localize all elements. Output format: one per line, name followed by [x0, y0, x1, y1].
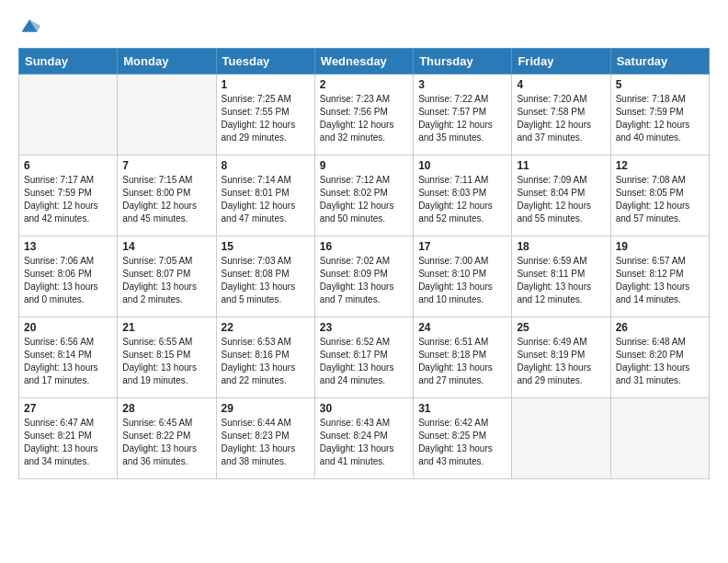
day-number: 19	[616, 240, 704, 253]
day-number: 7	[122, 159, 210, 172]
day-info: Sunrise: 6:47 AMSunset: 8:21 PMDaylight:…	[24, 417, 112, 468]
day-info: Sunrise: 6:55 AMSunset: 8:15 PMDaylight:…	[122, 336, 210, 387]
weekday-header-saturday: Saturday	[610, 49, 709, 75]
day-number: 10	[418, 159, 506, 172]
day-number: 27	[24, 402, 112, 415]
calendar-cell: 31Sunrise: 6:42 AMSunset: 8:25 PMDayligh…	[414, 398, 512, 479]
day-info: Sunrise: 6:48 AMSunset: 8:20 PMDaylight:…	[616, 336, 704, 387]
calendar-table: SundayMondayTuesdayWednesdayThursdayFrid…	[18, 48, 710, 479]
day-info: Sunrise: 7:20 AMSunset: 7:58 PMDaylight:…	[517, 93, 605, 144]
day-info: Sunrise: 6:51 AMSunset: 8:18 PMDaylight:…	[418, 336, 506, 387]
calendar-cell: 26Sunrise: 6:48 AMSunset: 8:20 PMDayligh…	[610, 317, 709, 398]
calendar-cell: 16Sunrise: 7:02 AMSunset: 8:09 PMDayligh…	[314, 236, 413, 317]
day-info: Sunrise: 6:53 AMSunset: 8:16 PMDaylight:…	[222, 336, 310, 387]
calendar-week-0: 1Sunrise: 7:25 AMSunset: 7:55 PMDaylight…	[19, 75, 710, 155]
day-number: 20	[24, 321, 112, 334]
day-number: 11	[517, 159, 605, 172]
calendar-cell: 23Sunrise: 6:52 AMSunset: 8:17 PMDayligh…	[314, 317, 413, 398]
day-number: 15	[222, 240, 310, 253]
day-number: 24	[418, 321, 506, 334]
day-number: 28	[122, 402, 210, 415]
day-info: Sunrise: 7:05 AMSunset: 8:07 PMDaylight:…	[122, 255, 210, 306]
day-info: Sunrise: 7:22 AMSunset: 7:57 PMDaylight:…	[418, 93, 506, 144]
day-number: 1	[222, 78, 310, 91]
weekday-header-sunday: Sunday	[19, 49, 118, 75]
calendar-cell: 19Sunrise: 6:57 AMSunset: 8:12 PMDayligh…	[610, 236, 709, 317]
day-info: Sunrise: 6:57 AMSunset: 8:12 PMDaylight:…	[616, 255, 704, 306]
day-info: Sunrise: 6:59 AMSunset: 8:11 PMDaylight:…	[517, 255, 605, 306]
calendar-cell: 27Sunrise: 6:47 AMSunset: 8:21 PMDayligh…	[19, 398, 118, 479]
calendar-cell: 10Sunrise: 7:11 AMSunset: 8:03 PMDayligh…	[414, 155, 512, 236]
calendar-week-1: 6Sunrise: 7:17 AMSunset: 7:59 PMDaylight…	[19, 155, 710, 236]
day-number: 26	[616, 321, 704, 334]
day-number: 13	[24, 240, 112, 253]
calendar-cell: 3Sunrise: 7:22 AMSunset: 7:57 PMDaylight…	[414, 75, 512, 155]
day-info: Sunrise: 7:17 AMSunset: 7:59 PMDaylight:…	[24, 174, 112, 225]
day-info: Sunrise: 7:00 AMSunset: 8:10 PMDaylight:…	[418, 255, 506, 306]
logo-icon	[18, 15, 40, 37]
day-number: 2	[320, 78, 408, 91]
day-info: Sunrise: 6:56 AMSunset: 8:14 PMDaylight:…	[24, 336, 112, 387]
calendar-cell: 11Sunrise: 7:09 AMSunset: 8:04 PMDayligh…	[512, 155, 610, 236]
day-info: Sunrise: 7:25 AMSunset: 7:55 PMDaylight:…	[222, 93, 310, 144]
calendar-cell: 4Sunrise: 7:20 AMSunset: 7:58 PMDaylight…	[512, 75, 610, 155]
day-info: Sunrise: 7:23 AMSunset: 7:56 PMDaylight:…	[320, 93, 408, 144]
day-number: 17	[418, 240, 506, 253]
calendar-cell: 2Sunrise: 7:23 AMSunset: 7:56 PMDaylight…	[314, 75, 413, 155]
calendar-week-2: 13Sunrise: 7:06 AMSunset: 8:06 PMDayligh…	[19, 236, 710, 317]
day-info: Sunrise: 7:14 AMSunset: 8:01 PMDaylight:…	[222, 174, 310, 225]
calendar-cell: 14Sunrise: 7:05 AMSunset: 8:07 PMDayligh…	[118, 236, 216, 317]
day-number: 29	[222, 402, 310, 415]
day-number: 4	[517, 78, 605, 91]
calendar-cell: 5Sunrise: 7:18 AMSunset: 7:59 PMDaylight…	[610, 75, 709, 155]
calendar-cell: 15Sunrise: 7:03 AMSunset: 8:08 PMDayligh…	[216, 236, 314, 317]
day-number: 31	[418, 402, 506, 415]
day-info: Sunrise: 7:02 AMSunset: 8:09 PMDaylight:…	[320, 255, 408, 306]
calendar-cell	[610, 398, 709, 479]
calendar-cell: 9Sunrise: 7:12 AMSunset: 8:02 PMDaylight…	[314, 155, 413, 236]
day-number: 5	[616, 78, 704, 91]
day-number: 23	[320, 321, 408, 334]
day-info: Sunrise: 7:09 AMSunset: 8:04 PMDaylight:…	[517, 174, 605, 225]
day-info: Sunrise: 6:49 AMSunset: 8:19 PMDaylight:…	[517, 336, 605, 387]
calendar-cell: 28Sunrise: 6:45 AMSunset: 8:22 PMDayligh…	[118, 398, 216, 479]
day-number: 6	[24, 159, 112, 172]
day-info: Sunrise: 6:44 AMSunset: 8:23 PMDaylight:…	[222, 417, 310, 468]
day-info: Sunrise: 7:18 AMSunset: 7:59 PMDaylight:…	[616, 93, 704, 144]
day-number: 25	[517, 321, 605, 334]
day-number: 22	[222, 321, 310, 334]
day-number: 9	[320, 159, 408, 172]
calendar-cell: 17Sunrise: 7:00 AMSunset: 8:10 PMDayligh…	[414, 236, 512, 317]
calendar-cell	[118, 75, 216, 155]
day-number: 8	[222, 159, 310, 172]
weekday-header-friday: Friday	[512, 49, 610, 75]
day-info: Sunrise: 7:08 AMSunset: 8:05 PMDaylight:…	[616, 174, 704, 225]
calendar-cell	[19, 75, 118, 155]
weekday-header-row: SundayMondayTuesdayWednesdayThursdayFrid…	[19, 49, 710, 75]
calendar-cell: 8Sunrise: 7:14 AMSunset: 8:01 PMDaylight…	[216, 155, 314, 236]
day-number: 30	[320, 402, 408, 415]
calendar-cell: 20Sunrise: 6:56 AMSunset: 8:14 PMDayligh…	[19, 317, 118, 398]
calendar-cell: 29Sunrise: 6:44 AMSunset: 8:23 PMDayligh…	[216, 398, 314, 479]
calendar-cell: 24Sunrise: 6:51 AMSunset: 8:18 PMDayligh…	[414, 317, 512, 398]
header	[18, 15, 710, 37]
day-info: Sunrise: 6:43 AMSunset: 8:24 PMDaylight:…	[320, 417, 408, 468]
calendar-week-4: 27Sunrise: 6:47 AMSunset: 8:21 PMDayligh…	[19, 398, 710, 479]
day-number: 18	[517, 240, 605, 253]
day-number: 14	[122, 240, 210, 253]
calendar-cell: 21Sunrise: 6:55 AMSunset: 8:15 PMDayligh…	[118, 317, 216, 398]
day-info: Sunrise: 7:12 AMSunset: 8:02 PMDaylight:…	[320, 174, 408, 225]
day-number: 21	[122, 321, 210, 334]
day-info: Sunrise: 7:11 AMSunset: 8:03 PMDaylight:…	[418, 174, 506, 225]
day-number: 3	[418, 78, 506, 91]
day-info: Sunrise: 7:06 AMSunset: 8:06 PMDaylight:…	[24, 255, 112, 306]
day-number: 12	[616, 159, 704, 172]
calendar-cell: 6Sunrise: 7:17 AMSunset: 7:59 PMDaylight…	[19, 155, 118, 236]
weekday-header-thursday: Thursday	[414, 49, 512, 75]
calendar-cell: 30Sunrise: 6:43 AMSunset: 8:24 PMDayligh…	[314, 398, 413, 479]
calendar-cell: 1Sunrise: 7:25 AMSunset: 7:55 PMDaylight…	[216, 75, 314, 155]
day-info: Sunrise: 7:15 AMSunset: 8:00 PMDaylight:…	[122, 174, 210, 225]
day-info: Sunrise: 6:45 AMSunset: 8:22 PMDaylight:…	[122, 417, 210, 468]
calendar-cell: 7Sunrise: 7:15 AMSunset: 8:00 PMDaylight…	[118, 155, 216, 236]
weekday-header-wednesday: Wednesday	[314, 49, 413, 75]
